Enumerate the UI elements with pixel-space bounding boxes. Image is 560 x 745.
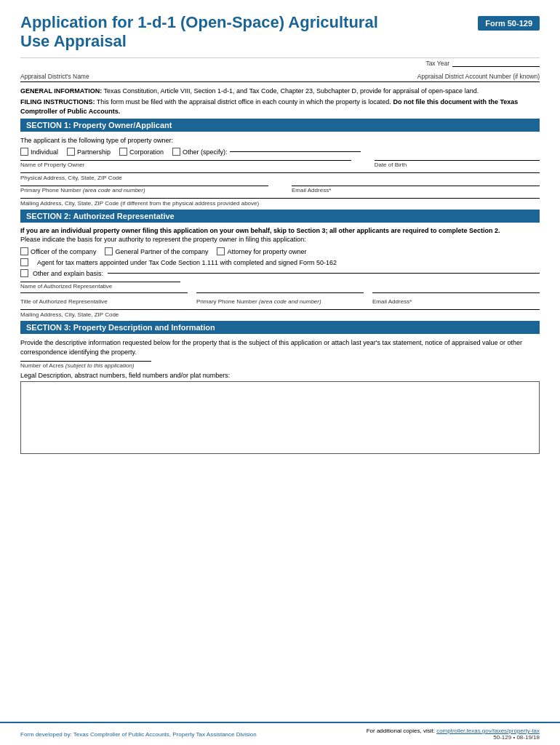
rep-title-field[interactable]: [20, 292, 188, 293]
other-label: Other (specify):: [183, 148, 228, 156]
individual-label: Individual: [31, 148, 58, 156]
section2-header: SECTION 2: Authorized Representative: [20, 210, 540, 223]
section3-header-text: SECTION 3: Property Description and Info…: [26, 323, 215, 332]
tax-year-field[interactable]: [452, 60, 540, 67]
rep-name-label: Name of Authorized Representative: [20, 283, 540, 290]
footer-right-text: For additional copies, visit:: [367, 728, 435, 734]
other-explain-label: Other and explain basis:: [33, 270, 103, 277]
dob-field[interactable]: [375, 160, 540, 161]
attorney-checkbox[interactable]: [217, 247, 225, 255]
rep-phone-field[interactable]: [196, 292, 364, 293]
tax-year-row: Tax Year: [20, 60, 540, 67]
agent-label: Agent for tax matters appointed under Ta…: [37, 259, 337, 266]
phone-email-block: Primary Phone Number (area code and numb…: [20, 186, 540, 194]
tax-year-label: Tax Year: [425, 60, 449, 67]
mailing-block: Mailing Address, City, State, ZIP Code (…: [20, 198, 540, 207]
rep-mailing-block: Mailing Address, City, State, ZIP Code: [20, 309, 540, 318]
district-row: Appraisal District's Name Appraisal Dist…: [20, 73, 540, 82]
partnership-label: Partnership: [77, 148, 111, 156]
mailing-field[interactable]: [20, 198, 540, 199]
other-specify-field[interactable]: [230, 151, 361, 152]
section1-header-text: SECTION 1: Property Owner/Applicant: [26, 121, 172, 130]
title-line2: Use Appraisal: [20, 32, 127, 50]
rep-email-label: Email Address*: [372, 298, 540, 305]
phone-label: Primary Phone Number (area code and numb…: [20, 187, 268, 194]
dob-label: Date of Birth: [375, 162, 540, 168]
form-badge: Form 50-129: [478, 16, 540, 31]
individual-option[interactable]: Individual: [20, 148, 58, 156]
other-explain-checkbox[interactable]: [20, 269, 28, 277]
name-label: Name of Property Owner: [20, 162, 351, 168]
section2-sub: Please indicate the basis for your autho…: [20, 236, 540, 243]
main-title: Application for 1-d-1 (Open-Space) Agric…: [20, 13, 378, 52]
section3-text: Provide the descriptive information requ…: [20, 338, 540, 356]
section1-header: SECTION 1: Property Owner/Applicant: [20, 119, 540, 132]
section3-header: SECTION 3: Property Description and Info…: [20, 321, 540, 334]
general-info: GENERAL INFORMATION: Texas Constitution,…: [20, 87, 540, 96]
address-field[interactable]: [20, 172, 540, 173]
rep-details-block: Title of Authorized Representative Prima…: [20, 292, 540, 305]
filing-label: FILING INSTRUCTIONS:: [20, 98, 95, 105]
agent-checkbox[interactable]: [20, 258, 28, 266]
general-partner-label: General Partner of the company: [115, 248, 208, 255]
filing-info: FILING INSTRUCTIONS: This form must be f…: [20, 97, 540, 116]
footer-link[interactable]: comptroller.texas.gov/taxes/property-tax: [436, 728, 540, 734]
rep-email-field[interactable]: [372, 292, 540, 293]
rep-name-block: Name of Authorized Representative: [20, 282, 540, 290]
section2-bold: If you are an individual property owner …: [20, 227, 540, 234]
rep-mailing-label: Mailing Address, City, State, ZIP Code: [20, 311, 540, 318]
officer-label: Officer of the company: [31, 248, 96, 255]
general-info-label: GENERAL INFORMATION:: [20, 87, 102, 95]
partnership-option[interactable]: Partnership: [67, 148, 111, 156]
footer: Form developed by: Texas Comptroller of …: [0, 722, 560, 745]
attorney-option[interactable]: Attorney for property owner: [217, 247, 306, 255]
individual-checkbox[interactable]: [20, 148, 28, 156]
address-label: Physical Address, City, State, ZIP Code: [20, 175, 540, 181]
acres-block: Number of Acres (subject to this applica…: [20, 361, 540, 369]
corporation-option[interactable]: Corporation: [119, 148, 164, 156]
rep-details-row: [20, 292, 540, 293]
footer-left: Form developed by: Texas Comptroller of …: [20, 731, 257, 738]
section2-bold-text: If you are an individual property owner …: [20, 227, 500, 234]
auth-options-row1: Officer of the company General Partner o…: [20, 247, 540, 255]
legal-desc-field[interactable]: [20, 381, 540, 454]
other-explain-field[interactable]: [108, 273, 540, 274]
title-line1: Application for 1-d-1 (Open-Space) Agric…: [20, 13, 378, 31]
email-field[interactable]: [292, 186, 540, 186]
general-partner-option[interactable]: General Partner of the company: [105, 247, 208, 255]
header-row: Application for 1-d-1 (Open-Space) Agric…: [20, 13, 540, 52]
corporation-label: Corporation: [129, 148, 164, 156]
footer-version: 50-129 • 08-19/18: [367, 734, 540, 741]
corporation-checkbox[interactable]: [119, 148, 127, 156]
name-field[interactable]: [20, 160, 351, 161]
officer-checkbox[interactable]: [20, 247, 28, 255]
general-partner-checkbox[interactable]: [105, 247, 113, 255]
rep-name-field[interactable]: [20, 282, 180, 282]
district-name-label: Appraisal District's Name: [20, 73, 89, 80]
agent-option-row[interactable]: Agent for tax matters appointed under Ta…: [20, 258, 540, 266]
filing-text: This form must be filed with the apprais…: [97, 98, 391, 105]
email-label: Email Address*: [292, 187, 540, 194]
name-dob-block: Name of Property Owner Date of Birth: [20, 160, 540, 168]
page: Application for 1-d-1 (Open-Space) Agric…: [0, 0, 560, 745]
acres-field[interactable]: [20, 361, 151, 362]
general-info-text: Texas Constitution, Article VIII, Sectio…: [104, 87, 479, 95]
other-explain-row: Other and explain basis:: [20, 269, 540, 277]
owner-type-label: The applicant is the following type of p…: [20, 136, 540, 146]
name-dob-labels: Name of Property Owner Date of Birth: [20, 161, 540, 168]
district-account-label: Appraisal District Account Number (if kn…: [417, 73, 540, 80]
footer-right: For additional copies, visit: comptrolle…: [367, 728, 540, 741]
partnership-checkbox[interactable]: [67, 148, 75, 156]
other-checkbox[interactable]: [172, 148, 180, 156]
rep-mailing-field[interactable]: [20, 309, 540, 310]
phone-field[interactable]: [20, 186, 268, 186]
officer-option[interactable]: Officer of the company: [20, 247, 96, 255]
section2-header-text: SECTION 2: Authorized Representative: [26, 212, 175, 220]
other-option[interactable]: Other (specify):: [172, 148, 361, 156]
name-dob-row: [20, 160, 540, 161]
legal-desc-label: Legal Description, abstract numbers, fie…: [20, 372, 540, 379]
mailing-label: Mailing Address, City, State, ZIP Code (…: [20, 200, 540, 207]
owner-type-options: Individual Partnership Corporation Other…: [20, 148, 540, 156]
rep-title-label: Title of Authorized Representative: [20, 298, 188, 305]
acres-label: Number of Acres (subject to this applica…: [20, 362, 540, 369]
